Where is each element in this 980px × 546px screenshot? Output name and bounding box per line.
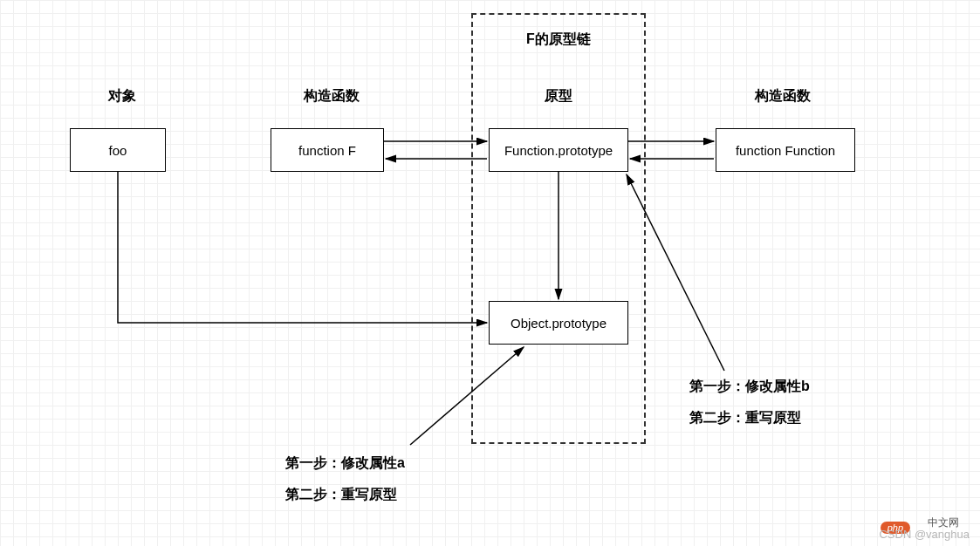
box-object-prototype: Object.prototype	[489, 301, 628, 345]
box-function-prototype: Function.prototype	[489, 128, 628, 172]
arrow-foo-to-objproto	[118, 172, 487, 323]
box-function-f: function F	[271, 128, 384, 172]
annotation-right-line2: 第二步：重写原型	[689, 408, 810, 427]
annotation-right-line1: 第一步：修改属性b	[689, 377, 810, 396]
box-foo: foo	[70, 128, 166, 172]
annotation-left-line2: 第二步：重写原型	[285, 485, 405, 504]
annotation-left: 第一步：修改属性a 第二步：重写原型	[285, 454, 405, 505]
frame-title: F的原型链	[471, 31, 646, 49]
annotation-left-line1: 第一步：修改属性a	[285, 454, 405, 473]
header-constructor-left: 构造函数	[279, 87, 384, 106]
box-function-function: function Function	[716, 128, 855, 172]
header-object: 对象	[79, 87, 166, 106]
annotation-right: 第一步：修改属性b 第二步：重写原型	[689, 377, 810, 428]
prototype-chain-frame	[471, 13, 646, 444]
header-prototype: 原型	[471, 87, 646, 106]
watermark: CSDN @vanghua	[879, 528, 970, 541]
header-constructor-right: 构造函数	[717, 87, 848, 106]
